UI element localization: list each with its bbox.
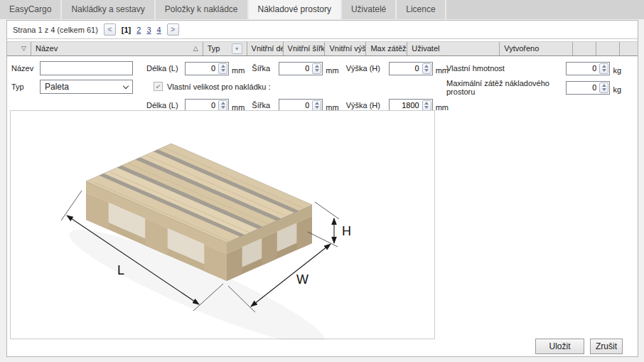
tab-uzivatele[interactable]: Uživatelé <box>342 0 397 19</box>
tab-nakladove-prostory[interactable]: Nákladové prostory <box>249 0 342 19</box>
content-panel: Strana 1 z 4 (celkem 61) < [1] 2 3 4 > ▽… <box>6 20 638 357</box>
height-label: Výška (H) <box>346 64 383 73</box>
arrow-down-icon <box>424 106 429 109</box>
spinner-down-icon[interactable] <box>219 105 227 110</box>
tab-licence[interactable]: Licence <box>397 0 446 19</box>
arrow-down-icon <box>315 69 319 72</box>
chevron-down-icon <box>123 82 129 88</box>
column-empty-3 <box>620 42 638 55</box>
column-typ-label: Typ <box>208 42 220 55</box>
type-select[interactable]: Paleta <box>40 80 133 94</box>
arrow-up-icon <box>221 65 225 68</box>
column-empty-1 <box>573 42 596 55</box>
type-label: Typ <box>11 80 24 94</box>
arrow-down-icon <box>315 106 319 109</box>
width-label: Šířka <box>252 101 273 110</box>
spinner-down-icon[interactable] <box>313 105 321 110</box>
length-outer-input[interactable] <box>186 63 218 75</box>
spinner-buttons <box>218 100 227 111</box>
next-page-button[interactable]: > <box>167 23 179 36</box>
unit-mm: mm <box>232 66 245 75</box>
tab-easycargo[interactable]: EasyCargo <box>0 0 62 19</box>
sort-asc-icon[interactable]: △ <box>193 42 198 55</box>
arrow-up-icon <box>602 65 606 68</box>
spinner-down-icon[interactable] <box>423 68 431 73</box>
spinner-buttons <box>422 100 431 111</box>
spinner-buttons <box>599 63 608 74</box>
own-weight-spinner[interactable] <box>566 62 610 75</box>
length-label: Délka (L) <box>146 64 179 73</box>
own-weight-input[interactable] <box>567 63 599 75</box>
spinner-down-icon[interactable] <box>423 105 431 110</box>
easycargo-window: EasyCargo Nakládky a sestavy Položky k n… <box>0 0 644 362</box>
height-outer-spinner[interactable] <box>389 62 433 75</box>
width-label: Šířka <box>252 64 273 73</box>
spinner-buttons <box>312 63 321 74</box>
column-label: Vnitřní výška <box>329 42 366 55</box>
column-typ[interactable]: Typ ▼ <box>203 42 247 55</box>
name-label: Název <box>11 62 33 75</box>
arrow-down-icon <box>221 106 225 109</box>
arrow-down-icon <box>602 69 606 72</box>
column-label: Vnitřní šířka <box>288 42 326 55</box>
width-inner-input[interactable] <box>279 100 311 112</box>
name-input[interactable] <box>40 61 133 75</box>
length-inner-input[interactable] <box>186 100 218 112</box>
tab-bar: EasyCargo Nakládky a sestavy Položky k n… <box>0 0 644 19</box>
dimension-label-l: L <box>117 263 124 277</box>
typ-filter-dropdown-button[interactable]: ▼ <box>232 43 242 54</box>
height-label: Výška (H) <box>346 101 383 110</box>
height-outer-input[interactable] <box>390 63 422 75</box>
arrow-down-icon <box>221 69 225 72</box>
save-button[interactable]: Uložit <box>535 339 584 354</box>
width-outer-input[interactable] <box>279 63 311 75</box>
column-filter[interactable]: ▽ <box>7 42 31 55</box>
arrow-up-icon <box>221 102 225 105</box>
custom-size-checkbox[interactable]: ✔ <box>154 82 163 91</box>
column-vytvoreno[interactable]: Vytvořeno <box>500 42 573 55</box>
spinner-down-icon[interactable] <box>313 68 321 73</box>
check-icon: ✔ <box>156 83 161 90</box>
column-vnitrni-vyska[interactable]: Vnitřní výška <box>325 42 366 55</box>
tab-nakladky-a-sestavy[interactable]: Nakládky a sestavy <box>62 0 155 19</box>
custom-size-row: ✔ Vlastní velikost pro nakládku : <box>154 82 271 91</box>
length-outer-spinner[interactable] <box>185 62 229 75</box>
column-nazev[interactable]: Název △ <box>31 42 203 55</box>
page-link-3[interactable]: 3 <box>146 26 151 34</box>
current-page[interactable]: [1] <box>122 26 131 34</box>
type-select-value: Paleta <box>45 82 124 92</box>
spinner-buttons <box>312 100 321 111</box>
tab-polozky-k-nakladce[interactable]: Položky k nakládce <box>156 0 249 19</box>
page-link-4[interactable]: 4 <box>157 26 161 34</box>
prev-page-button[interactable]: < <box>104 23 116 36</box>
column-nazev-label: Název <box>36 42 58 55</box>
column-vnitrni-delka[interactable]: Vnitřní délka <box>247 42 284 55</box>
filter-icon[interactable]: ▽ <box>21 42 26 55</box>
column-uzivatel[interactable]: Uživatel <box>407 42 500 55</box>
max-load-spinner[interactable] <box>566 81 610 95</box>
column-max-zatez[interactable]: Max zátěž <box>366 42 407 55</box>
arrow-up-icon <box>602 84 606 87</box>
spinner-buttons <box>599 82 608 93</box>
column-label: Vytvořeno <box>504 42 539 55</box>
max-load-input[interactable] <box>567 82 599 94</box>
height-inner-input[interactable] <box>390 100 422 112</box>
arrow-up-icon <box>315 102 319 105</box>
arrow-up-icon <box>424 65 429 68</box>
cancel-button[interactable]: Zrušit <box>590 339 623 354</box>
spinner-down-icon[interactable] <box>600 68 608 73</box>
spinner-down-icon[interactable] <box>219 68 227 73</box>
arrow-up-icon <box>315 65 319 68</box>
column-label: Vnitřní délka <box>252 42 284 55</box>
max-load-label: Maximální zátěž nákladového prostoru <box>446 79 566 96</box>
spinner-down-icon[interactable] <box>600 87 608 92</box>
pallet-image-panel: L W H <box>10 110 435 339</box>
column-label: Max zátěž <box>370 42 406 55</box>
chevron-down-icon: ▼ <box>235 42 240 55</box>
spinner-buttons <box>218 63 227 74</box>
own-weight-field: Vlastní hmotnost kg <box>446 61 621 75</box>
unit-kg: kg <box>613 85 621 94</box>
column-vnitrni-sirka[interactable]: Vnitřní šířka <box>284 42 326 55</box>
page-link-2[interactable]: 2 <box>136 26 141 34</box>
width-outer-spinner[interactable] <box>279 62 323 75</box>
